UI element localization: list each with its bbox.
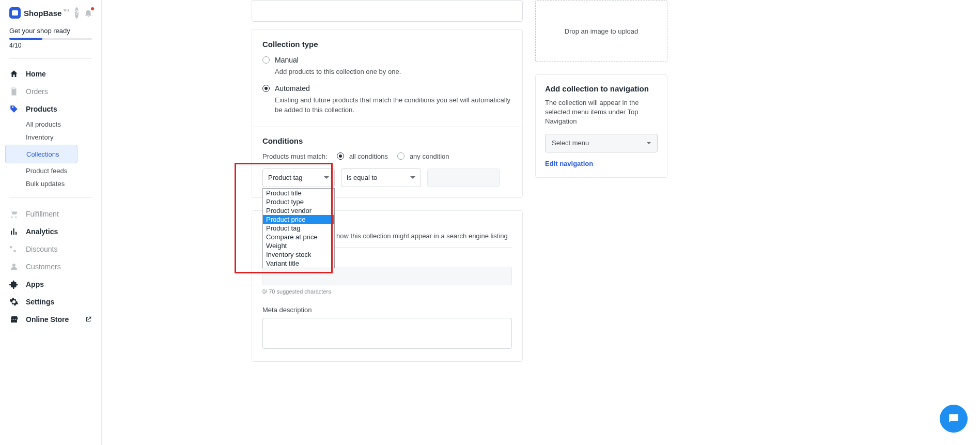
manual-label: Manual (275, 56, 299, 64)
nav-discounts[interactable]: Discounts (0, 240, 101, 258)
brand-name: ShopBase (24, 9, 61, 18)
select-value: Product tag (268, 174, 303, 181)
caret-down-icon (324, 176, 329, 179)
all-conditions-option[interactable]: all conditions (337, 152, 388, 160)
description-editor-bottom[interactable] (252, 0, 523, 22)
match-label: Products must match: (262, 152, 328, 160)
dropdown-option[interactable]: Weight (263, 241, 334, 250)
nav-home[interactable]: Home (0, 65, 101, 83)
select-placeholder: Select menu (552, 139, 589, 147)
main-content: Collection type Manual Add products to t… (102, 0, 980, 445)
radio-icon (262, 85, 270, 92)
onboarding-count: 4/10 (0, 42, 101, 58)
navigation-card: Add collection to navigation The collect… (535, 74, 667, 178)
caret-down-icon (647, 142, 651, 144)
radio-icon (262, 56, 270, 64)
automated-label: Automated (275, 84, 310, 93)
nav-all-products[interactable]: All products (0, 118, 101, 131)
meta-description-label: Meta description (262, 306, 512, 314)
page-title-helper: 0/ 70 suggested characters (262, 288, 512, 295)
nav-label: Analytics (26, 227, 58, 236)
chart-icon (9, 227, 19, 236)
dropdown-option[interactable]: Product type (263, 197, 334, 206)
nav-label: Online Store (26, 315, 69, 324)
nav-products[interactable]: Products (0, 100, 101, 118)
seo-desc-partial: o see how this collection might appear i… (318, 232, 508, 240)
menu-select[interactable]: Select menu (545, 134, 658, 152)
user-icon (9, 262, 19, 271)
all-label: all conditions (349, 152, 388, 160)
sidebar: ShopBase US ? Get your shop ready 4/10 H… (0, 0, 102, 445)
help-button[interactable]: ? (75, 7, 79, 19)
nav-label: Fulfillment (26, 210, 59, 218)
nav-product-feeds[interactable]: Product feeds (0, 164, 101, 177)
collection-type-heading: Collection type (262, 40, 512, 49)
any-condition-option[interactable]: any condition (397, 152, 449, 160)
nav-apps[interactable]: Apps (0, 275, 101, 293)
nav-online-store[interactable]: Online Store (0, 311, 101, 328)
condition-field-dropdown: Product title Product type Product vendo… (262, 188, 335, 268)
nav-collections[interactable]: Collections (5, 145, 77, 163)
select-value: is equal to (347, 174, 377, 181)
edit-navigation-link[interactable]: Edit navigation (545, 160, 593, 167)
nav-label: Settings (26, 298, 54, 306)
dropdown-option[interactable]: Product price (263, 215, 334, 224)
manual-desc: Add products to this collection one by o… (275, 67, 512, 77)
brand-region: US (64, 8, 69, 12)
nav-label: Orders (26, 87, 48, 96)
dropdown-option[interactable]: Product vendor (263, 206, 334, 215)
dropzone-label: Drop an image to upload (565, 27, 638, 35)
nav-settings[interactable]: Settings (0, 293, 101, 311)
store-icon (9, 315, 19, 324)
onboarding-title[interactable]: Get your shop ready (0, 27, 101, 38)
nav-label: Apps (26, 280, 44, 288)
tag-icon (9, 104, 19, 114)
chat-icon (947, 412, 960, 425)
radio-icon (337, 152, 344, 160)
brand-logo[interactable]: ShopBase US (9, 7, 70, 19)
nav-label: Home (26, 70, 46, 78)
nav-card-desc: The collection will appear in the select… (545, 98, 658, 127)
onboarding-progress (9, 38, 92, 40)
nav-analytics[interactable]: Analytics (0, 223, 101, 240)
notification-dot-icon (91, 7, 94, 10)
page-title-input[interactable] (262, 267, 512, 285)
percent-icon (9, 244, 19, 254)
orders-icon (9, 87, 19, 96)
dropdown-option[interactable]: Product tag (263, 224, 334, 233)
gear-icon (9, 297, 19, 306)
automated-desc: Existing and future products that match … (275, 96, 512, 115)
automated-option[interactable]: Automated (262, 84, 512, 93)
conditions-heading: Conditions (262, 136, 512, 145)
nav-label: Products (26, 105, 57, 113)
dropdown-option[interactable]: Compare at price (263, 233, 334, 241)
manual-option[interactable]: Manual (262, 56, 512, 64)
caret-down-icon (410, 176, 415, 179)
condition-operator-select[interactable]: is equal to (341, 168, 421, 187)
nav-customers[interactable]: Customers (0, 258, 101, 275)
notifications-button[interactable] (84, 8, 93, 18)
nav-fulfillment[interactable]: Fulfillment (0, 205, 101, 223)
condition-value-input[interactable] (427, 168, 500, 187)
dropdown-option[interactable]: Product title (263, 189, 334, 197)
any-label: any condition (410, 152, 449, 160)
image-upload-dropzone[interactable]: Drop an image to upload (535, 0, 667, 62)
cart-icon (9, 209, 19, 219)
external-link-icon[interactable] (85, 316, 92, 323)
dropdown-option[interactable]: Inventory stock (263, 250, 334, 259)
collection-type-card: Collection type Manual Add products to t… (252, 29, 523, 198)
nav-orders[interactable]: Orders (0, 83, 101, 100)
radio-icon (397, 152, 405, 160)
nav-label: Customers (26, 263, 61, 271)
home-icon (9, 69, 19, 79)
nav-bulk-updates[interactable]: Bulk updates (0, 177, 101, 190)
condition-field-select[interactable]: Product tag (262, 168, 335, 187)
nav-card-heading: Add collection to navigation (545, 84, 658, 93)
nav-label: Discounts (26, 245, 57, 253)
dropdown-option[interactable]: Variant title (263, 259, 334, 268)
nav-inventory[interactable]: Inventory (0, 131, 101, 144)
chat-fab[interactable] (940, 405, 968, 433)
meta-description-input[interactable] (262, 318, 512, 349)
logo-icon (9, 7, 21, 19)
puzzle-icon (9, 280, 19, 289)
